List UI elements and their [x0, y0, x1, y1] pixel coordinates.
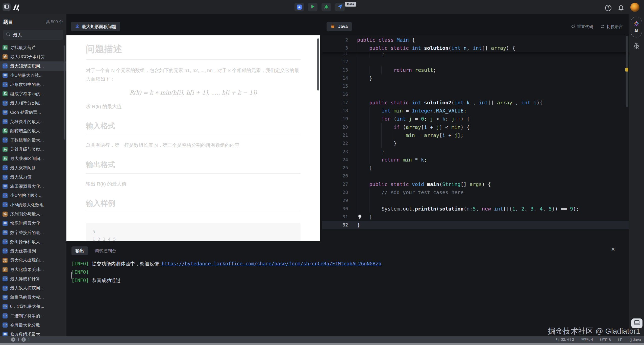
problem-list-item[interactable]: 中令牌最大化分数	[0, 320, 66, 330]
code-line-20[interactable]: 20if (array[i + j] < min) {	[322, 123, 629, 131]
search-input[interactable]: 最大	[3, 30, 63, 40]
problem-list-item[interactable]: 中快乐时间最大化	[0, 219, 66, 228]
problem-list-item[interactable]: 难最大化糖果美味...	[0, 265, 66, 274]
indentation-setting[interactable]: 空格: 4	[581, 337, 593, 342]
code-line-21[interactable]: 21min = array[i + j];	[322, 131, 629, 139]
problem-list-item[interactable]: 难最大UCC子串计算	[0, 52, 66, 62]
problem-list-item[interactable]: 中最大矩形面积问...	[0, 61, 66, 71]
problem-list-item[interactable]: 中农田灌溉最大化...	[0, 182, 66, 191]
notifications-button[interactable]	[618, 5, 624, 11]
avatar[interactable]	[630, 3, 639, 12]
problem-list-item[interactable]: 易英雄升级与奖励...	[0, 145, 66, 154]
problem-list-item[interactable]: 易寻找最大葫芦	[0, 43, 66, 52]
tab-debug-console[interactable]: 调试控制台	[95, 248, 116, 254]
problem-list-item[interactable]: 易翻转增益的最大...	[0, 126, 66, 135]
problem-list-item[interactable]: 中最大乘积问题	[0, 163, 66, 173]
sidebar-scrollbar[interactable]	[64, 45, 65, 140]
code-line-28[interactable]: 28// Add your test cases here	[322, 188, 629, 196]
problem-list-item[interactable]: 中环形数组中的最...	[0, 80, 66, 89]
difficulty-badge: 中	[3, 101, 8, 106]
code-line-15[interactable]: 15	[322, 82, 629, 90]
code-line-25[interactable]: 25}	[322, 164, 629, 172]
problem-list-item[interactable]: 中小C的帖子吸引...	[0, 191, 66, 200]
switch-language-button[interactable]: 切换语言	[600, 24, 623, 30]
code-line-13[interactable]: 13return result;	[322, 66, 629, 74]
code-line-26[interactable]: 26	[322, 172, 629, 180]
language-tab-java[interactable]: Java	[327, 22, 352, 31]
reset-code-button[interactable]: 重置代码	[571, 24, 593, 30]
problem-list-item[interactable]: 中修改数组求最大	[0, 330, 66, 336]
editor-scrollbar[interactable]	[626, 36, 628, 107]
problem-statement: 问题描述 对于一个有 N 个元素的数组，包含如下的元素 h1, h2, ...,…	[66, 35, 320, 241]
code-line-29[interactable]: 29	[322, 196, 629, 204]
code-line-23[interactable]: 23}	[322, 148, 629, 156]
problem-list-item[interactable]: 中小M的最大化数组	[0, 200, 66, 210]
code-editor[interactable]: 11}1213return result;14}151617public sta…	[322, 35, 629, 241]
tab-output[interactable]: 输出	[71, 246, 88, 255]
problem-list-item[interactable]: 中0，1背包最大价...	[0, 302, 66, 311]
problem-list-item[interactable]: 中最大优美排列	[0, 246, 66, 256]
difficulty-badge: 中	[3, 82, 8, 87]
code-line-3[interactable]: 3public static int solution(int n, int[]…	[322, 44, 629, 52]
indent-guide	[369, 107, 381, 115]
line-number: 3	[322, 44, 348, 52]
problem-tab[interactable]: 最大矩形面积问题	[71, 22, 120, 31]
problem-list-item[interactable]: 中数组操作和最大...	[0, 237, 66, 246]
problem-list-item[interactable]: 中最大敌人捕获问...	[0, 283, 66, 293]
problem-list-item[interactable]: 中象棋马的最大权...	[0, 293, 66, 302]
language-mode[interactable]: {} Java	[629, 337, 641, 342]
code-line-22[interactable]: 22}	[322, 139, 629, 147]
code-line-18[interactable]: 18int min = Integer.MAX_VALUE;	[322, 107, 629, 115]
problem-sidebar: 题目 共 500 个 最大 易寻找最大葫芦难最大UCC子串计算中最大矩形面积问.…	[0, 14, 66, 336]
code-line-19[interactable]: 19for (int j = 0; j < k; j++) {	[322, 115, 629, 123]
ai-assistant-button[interactable]: AI	[631, 17, 642, 37]
code-line-16[interactable]: 16	[322, 90, 629, 98]
feedback-link[interactable]: https://bytedance.larkoffice.com/share/b…	[162, 261, 381, 266]
marscode-logo-icon[interactable]	[12, 4, 21, 11]
submit-button[interactable]	[335, 3, 345, 11]
problem-list-item[interactable]: 中最大战力值	[0, 172, 66, 182]
add-test-case-button[interactable]: +	[294, 3, 304, 11]
cursor-position[interactable]: 行 32, 列 2	[556, 337, 574, 342]
run-button[interactable]	[308, 3, 317, 11]
code-line-27[interactable]: 27public static void main(String[] args)…	[322, 180, 629, 188]
sidebar-toggle-button[interactable]	[3, 3, 11, 11]
problem-list-item[interactable]: 中英雄决斗的最大...	[0, 117, 66, 126]
paper-plane-icon	[337, 4, 342, 10]
code-line-32[interactable]: 32}	[322, 221, 629, 229]
code-line-2[interactable]: 2public class Main {	[322, 36, 629, 44]
problem-list-item[interactable]: 难最大化未出现自...	[0, 256, 66, 265]
screen-share-button[interactable]	[631, 318, 642, 328]
problem-list-item[interactable]: 中二进制字符串的...	[0, 311, 66, 320]
close-console-button[interactable]: ×	[611, 246, 615, 252]
problem-list-item[interactable]: 中数字替换后的最...	[0, 228, 66, 237]
line-number: 2	[322, 36, 348, 44]
problem-list-item[interactable]: 中最大相等分割红...	[0, 99, 66, 108]
debug-button[interactable]	[321, 3, 331, 11]
code-line-30[interactable]: 30System.out.println(solution(n:5, new i…	[322, 205, 629, 213]
eol-setting[interactable]: LF	[618, 337, 623, 342]
help-button[interactable]: ?	[605, 5, 611, 11]
code-line-17[interactable]: 17public static int solution2(int k , in…	[322, 99, 629, 107]
problem-list-item[interactable]: 难序列划分与最大...	[0, 210, 66, 219]
errors-icon[interactable]: ×	[11, 337, 15, 342]
code-line-24[interactable]: 24return min * k;	[322, 156, 629, 164]
code-line-14[interactable]: 14}	[322, 74, 629, 82]
line-number: 28	[322, 188, 348, 196]
problem-list-item[interactable]: 易最大乘积区间问...	[0, 154, 66, 163]
report-bug-button[interactable]	[633, 42, 640, 51]
code-text	[357, 90, 369, 98]
code-text: public static void main(String[] args) {	[357, 180, 491, 188]
encoding[interactable]: UTF-8	[600, 337, 611, 342]
difficulty-badge: 中	[3, 230, 8, 235]
problem-list-item[interactable]: 中Cion 勒索病毒...	[0, 108, 66, 117]
problem-list-item[interactable]: 中最大异或和计算	[0, 274, 66, 284]
code-line-12[interactable]: 12	[322, 58, 629, 66]
problem-list-item[interactable]: 易组成字符串ku的...	[0, 89, 66, 99]
description-scrollbar[interactable]	[317, 38, 319, 90]
difficulty-badge: 中	[3, 165, 8, 170]
problem-list-item[interactable]: 中小U的最大连续...	[0, 71, 66, 80]
code-line-31[interactable]: 31}	[322, 213, 629, 221]
warnings-icon[interactable]: !	[21, 337, 26, 342]
problem-list-item[interactable]: 中子数组和的最大...	[0, 135, 66, 145]
